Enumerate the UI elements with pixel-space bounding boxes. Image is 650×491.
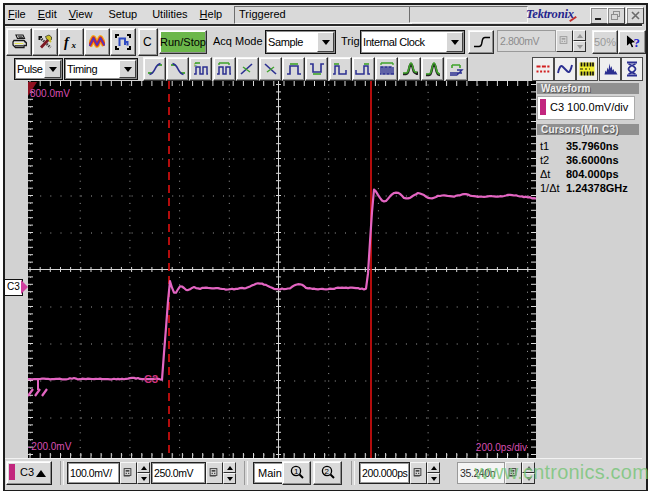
- menu-item-utilities[interactable]: Utilities: [143, 6, 193, 23]
- meas-category-combo-dropdown-button[interactable]: [44, 60, 61, 78]
- measure-cross-positive-button[interactable]: [236, 57, 259, 81]
- application-window: FileEditViewSetupUtilitiesHelp Triggered…: [0, 0, 650, 491]
- horizontal-position-spin-spin-down[interactable]: [522, 473, 535, 484]
- horizontal-position-spin-spin-up[interactable]: [522, 462, 535, 473]
- context-help-button[interactable]: ?: [618, 30, 646, 54]
- trig-source-combo-value: Internal Clock: [361, 36, 445, 48]
- keypad-icon: [123, 467, 135, 480]
- menu-item-view[interactable]: View: [63, 6, 99, 23]
- acq-mode-combo-value: Sample: [266, 36, 316, 48]
- vertical-offset-spin-spin-up[interactable]: [223, 462, 236, 473]
- mask-button[interactable]: [621, 57, 643, 81]
- zoom-1-button[interactable]: 1: [282, 461, 311, 485]
- autoset-pulse-button[interactable]: [110, 28, 136, 56]
- vertical-scale-spin-spinner: [137, 462, 150, 484]
- readout-label: t1: [540, 140, 549, 152]
- vertical-offset-spin: 250.0mV: [151, 462, 236, 484]
- waveform-entry[interactable]: C3 100.0mV/div: [537, 96, 635, 120]
- trig-level-spin-spin-down[interactable]: [573, 41, 586, 52]
- svg-text:-200.0mV: -200.0mV: [28, 441, 72, 452]
- menu-item-edit[interactable]: Edit: [32, 6, 63, 23]
- spin-up-icon: [227, 466, 233, 470]
- trig-source-combo-dropdown-button[interactable]: [446, 32, 463, 52]
- vertical-offset-spin-field[interactable]: 250.0mV: [151, 462, 206, 484]
- measure-frequency-button[interactable]: F: [189, 57, 212, 81]
- measure-rise-time-button[interactable]: [143, 57, 166, 81]
- measure-negative-duty-button[interactable]: [352, 57, 375, 81]
- set-50pct-button[interactable]: 50%: [592, 30, 618, 54]
- measure-fall-time-button[interactable]: [166, 57, 189, 81]
- vertical-scale-spin-keypad-button[interactable]: [120, 462, 137, 484]
- waveform-database-icon: [579, 61, 595, 77]
- measure-gaussian-high-button[interactable]: [398, 57, 421, 81]
- waveform-database-button[interactable]: [576, 57, 598, 81]
- clear-button[interactable]: C: [138, 28, 158, 56]
- horizontal-position-spin: 35.240n: [457, 462, 535, 484]
- vertical-scale-spin-spin-down[interactable]: [137, 473, 150, 484]
- trig-level-spin-keypad-button[interactable]: [556, 30, 573, 52]
- horizontal-scale-spin-spin-up[interactable]: [427, 462, 440, 473]
- acq-mode-combo[interactable]: Sample: [265, 30, 336, 54]
- meas-category-combo-value: Pulse: [15, 63, 43, 75]
- zoom-1-icon: 1: [289, 465, 305, 481]
- run-stop-button[interactable]: Run/Stop: [159, 30, 207, 54]
- tools-button[interactable]: [32, 28, 58, 56]
- horizontal-position-spin-keypad-button[interactable]: [505, 462, 522, 484]
- horizontal-scale-spin-field[interactable]: 200.000ps: [359, 462, 410, 484]
- cross-negative-icon: [263, 61, 279, 77]
- channel-marker[interactable]: C3: [4, 279, 32, 295]
- trig-level-spin: 2.800mV: [497, 30, 586, 52]
- waveform-display[interactable]: C3800.0mV-200.0mV200.0ps/div C3: [28, 81, 536, 458]
- vertical-scale-spin-field[interactable]: 100.0mV/: [67, 462, 120, 484]
- measure-cross-negative-button[interactable]: [259, 57, 282, 81]
- horizontal-scale-spin-keypad-button[interactable]: [410, 462, 427, 484]
- svg-text:200.0ps/div: 200.0ps/div: [476, 442, 527, 453]
- zoom-2-button[interactable]: 2: [313, 461, 342, 485]
- math-fx-button[interactable]: f x: [58, 28, 84, 56]
- cursor-readout-row: t1 35.7960ns: [540, 140, 638, 154]
- histogram-button[interactable]: [599, 57, 621, 81]
- menu-item-setup[interactable]: Setup: [98, 6, 143, 23]
- waveform-header: Waveform: [537, 83, 639, 94]
- measure-period-button[interactable]: [213, 57, 236, 81]
- display-area: C3800.0mV-200.0mV200.0ps/div C3 Waveform…: [5, 81, 642, 458]
- menu-item-help[interactable]: Help: [194, 6, 229, 23]
- menu-item-file[interactable]: File: [5, 6, 32, 23]
- meas-class-combo[interactable]: Timing: [64, 58, 138, 80]
- vertical-scale-spin-spin-up[interactable]: [137, 462, 150, 473]
- chevron-down-icon: [451, 40, 459, 45]
- measure-burst-width-button[interactable]: [375, 57, 398, 81]
- positive-width-icon: [286, 61, 302, 77]
- meas-class-combo-dropdown-button[interactable]: [119, 60, 136, 78]
- trig-level-spin-field[interactable]: 2.800mV: [497, 30, 556, 52]
- horizontal-scale-spin-spinner: [427, 462, 440, 484]
- readout-sidebar: Waveform C3 100.0mV/div Cursors(Mn C3) t…: [536, 81, 642, 458]
- measure-settings-step-button[interactable]: [445, 57, 468, 81]
- histogram-icon: [602, 61, 618, 77]
- measure-gaussian-low-button[interactable]: [421, 57, 444, 81]
- cursors-button[interactable]: [532, 57, 554, 81]
- vertical-offset-spin-keypad-button[interactable]: [206, 462, 223, 484]
- define-waveform-button[interactable]: [554, 57, 576, 81]
- context-help-icon: ?: [624, 34, 640, 50]
- trig-source-combo[interactable]: Internal Clock: [360, 30, 465, 54]
- autoset-pulse-icon: [115, 34, 131, 50]
- trig-slope-button[interactable]: [468, 30, 494, 54]
- horizontal-position-spin-field[interactable]: 35.240n: [457, 462, 505, 484]
- readout-value: 804.000ps: [566, 168, 619, 180]
- trig-level-spin-spin-up[interactable]: [573, 30, 586, 41]
- chevron-down-icon: [49, 67, 57, 72]
- statusbar-separator: [244, 461, 248, 485]
- measure-negative-width-button[interactable]: [305, 57, 328, 81]
- acq-mode-combo-dropdown-button[interactable]: [317, 32, 334, 52]
- gaussian-low-icon: [425, 61, 441, 77]
- channel-select-button[interactable]: C3: [6, 461, 52, 485]
- vertical-offset-spin-spin-down[interactable]: [223, 473, 236, 484]
- print-button[interactable]: [6, 28, 32, 56]
- waveform-button[interactable]: [84, 28, 110, 56]
- horizontal-scale-spin-spin-down[interactable]: [427, 473, 440, 484]
- measure-positive-duty-button[interactable]: [329, 57, 352, 81]
- measurement-toolbar: Pulse Timing F: [5, 57, 642, 83]
- meas-category-combo[interactable]: Pulse: [14, 58, 63, 80]
- measure-positive-width-button[interactable]: [282, 57, 305, 81]
